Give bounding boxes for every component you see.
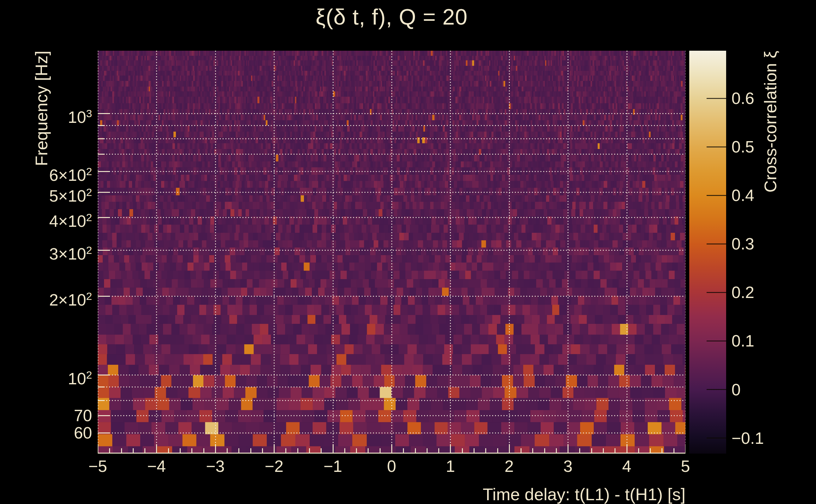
- x-tick-label: −3: [193, 457, 238, 475]
- colorbar-tick-label: 0.3: [732, 234, 807, 253]
- root-canvas-figure: ξ(δ t, f), Q = 20 Frequency [Hz] 1036×10…: [0, 0, 816, 504]
- colorbar-tick-label: 0.1: [732, 331, 807, 350]
- colorbar-tick-label: 0: [732, 380, 807, 399]
- x-tick-label: 5: [664, 457, 708, 475]
- colorbar-tick: [707, 389, 726, 390]
- y-tick-label: 60: [0, 423, 92, 442]
- x-tick-label: −2: [252, 457, 296, 475]
- y-tick-label: 6×102: [0, 162, 92, 185]
- y-tick-label: 4×102: [0, 208, 92, 231]
- x-tick-label: 1: [428, 457, 472, 475]
- x-tick-label: −5: [76, 457, 120, 475]
- y-tick-label: 103: [0, 104, 92, 127]
- x-tick-label: 2: [487, 457, 531, 475]
- x-tick-label: 4: [605, 457, 649, 475]
- colorbar-tick-label: 0.2: [732, 283, 807, 302]
- x-tick-label: 3: [546, 457, 590, 475]
- y-tick-label: 3×102: [0, 241, 92, 263]
- colorbar-tick: [707, 98, 726, 99]
- colorbar-title: Cross-correlation ξ: [761, 51, 780, 192]
- colorbar-tick: [707, 243, 726, 244]
- colorbar-tick: [707, 292, 726, 293]
- x-axis-title: Time delay: t(L1) - t(H1) [s]: [98, 484, 686, 504]
- x-tick-label: 0: [370, 457, 414, 475]
- colorbar-tick: [707, 146, 726, 147]
- chart-title: ξ(δ t, f), Q = 20: [98, 4, 686, 30]
- colorbar: [689, 51, 726, 454]
- colorbar-tick-label: −0.1: [732, 429, 807, 448]
- x-tick-label: −1: [311, 457, 355, 475]
- y-tick-label: 5×102: [0, 183, 92, 205]
- colorbar-tick: [707, 195, 726, 196]
- y-tick-label: 2×102: [0, 287, 92, 309]
- y-tick-label: 102: [0, 365, 92, 388]
- colorbar-tick: [707, 438, 726, 438]
- x-tick-label: −4: [134, 457, 178, 475]
- heatmap-canvas: [98, 51, 686, 454]
- y-tick-label: 70: [0, 406, 92, 425]
- colorbar-tick: [707, 341, 726, 341]
